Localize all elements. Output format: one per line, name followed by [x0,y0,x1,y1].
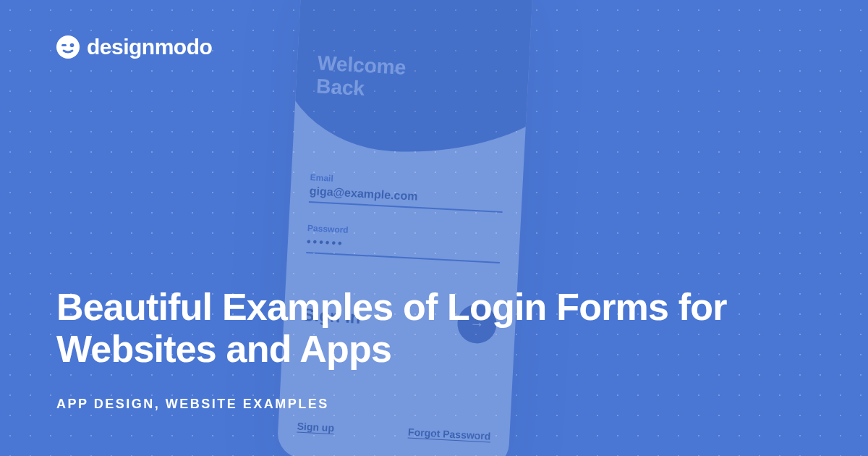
arrow-right-icon: → [469,315,485,332]
svg-point-2 [70,43,75,48]
brand-logo[interactable]: designmodo [56,35,212,59]
svg-rect-1 [61,44,67,46]
signup-link[interactable]: Sign up [297,421,334,434]
signin-button[interactable]: → [456,303,498,345]
brand-name: designmodo [87,35,212,59]
back-chevron-icon: ‹ [315,0,321,5]
svg-point-0 [56,35,80,59]
signin-label: Sign in [302,305,361,328]
forgot-password-link[interactable]: Forgot Password [408,426,491,442]
welcome-line-1: Welcome [317,51,407,78]
phone-mockup: ‹ Welcome Back Email giga@example.com Pa… [276,0,533,456]
welcome-line-2: Back [315,75,365,100]
welcome-heading: Welcome Back [315,51,407,103]
designmodo-logo-icon [56,35,80,59]
